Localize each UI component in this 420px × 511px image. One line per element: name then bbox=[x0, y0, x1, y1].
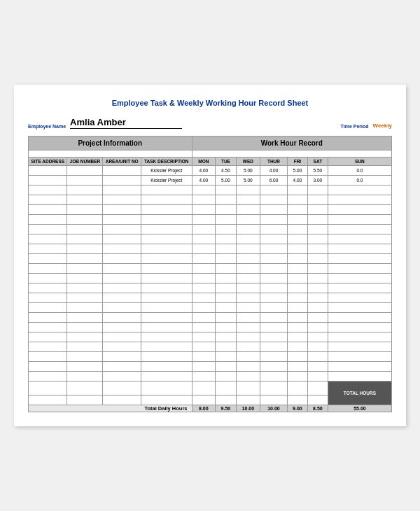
table-row bbox=[29, 195, 392, 205]
table-row bbox=[29, 215, 392, 225]
table-row bbox=[29, 244, 392, 254]
employee-name-value: Amlia Amber bbox=[70, 117, 182, 129]
table-row bbox=[29, 332, 392, 342]
table-row bbox=[29, 225, 392, 234]
col-sun: SUN bbox=[328, 158, 391, 166]
col-job-number: JOB NUMBER bbox=[67, 158, 103, 166]
table-row bbox=[29, 303, 392, 313]
table-row bbox=[29, 372, 392, 382]
time-period-value: Weekly bbox=[373, 122, 392, 129]
table-row bbox=[29, 205, 392, 215]
work-hour-header: Work Hour Record bbox=[192, 136, 391, 150]
col-area-unit: AREA/UNIT NO bbox=[103, 158, 141, 166]
col-thur: THUR bbox=[260, 158, 288, 166]
main-title: Employee Task & Weekly Working Hour Reco… bbox=[28, 99, 392, 107]
col-fri: FRI bbox=[287, 158, 307, 166]
table-row bbox=[29, 362, 392, 372]
project-info-header: Project Information bbox=[29, 136, 192, 150]
table-row bbox=[29, 186, 392, 195]
table-row bbox=[29, 264, 392, 274]
col-mon: MON bbox=[192, 158, 216, 166]
table-row: Kickster Project 4.00 4.50 5.00 4.00 5.0… bbox=[29, 166, 392, 176]
total-hours-row: TOTAL HOURS bbox=[29, 382, 392, 396]
employee-name-label: Employee Name bbox=[28, 124, 66, 129]
col-task-description: TASK DESCRIPTION bbox=[141, 158, 192, 166]
table-row bbox=[29, 284, 392, 293]
table-row bbox=[29, 342, 392, 352]
table-row: Kickster Project 4.00 5.00 5.00 6.00 4.0… bbox=[29, 176, 392, 186]
table-row bbox=[29, 323, 392, 332]
total-daily-hours-row: Total Daily Hours 8.00 9.50 10.00 10.00 … bbox=[29, 405, 392, 412]
col-site-address: SITE ADDRESS bbox=[29, 158, 67, 166]
table-row bbox=[29, 254, 392, 264]
col-sat: SAT bbox=[307, 158, 328, 166]
main-table: Project Information Work Hour Record SIT… bbox=[28, 136, 392, 412]
table-row bbox=[29, 313, 392, 323]
table-row bbox=[29, 234, 392, 244]
col-tue: TUE bbox=[216, 158, 237, 166]
table-row bbox=[29, 293, 392, 303]
col-wed: WED bbox=[236, 158, 260, 166]
table-row bbox=[29, 352, 392, 362]
table-row bbox=[29, 274, 392, 284]
time-period-label: Time Period bbox=[341, 124, 369, 129]
